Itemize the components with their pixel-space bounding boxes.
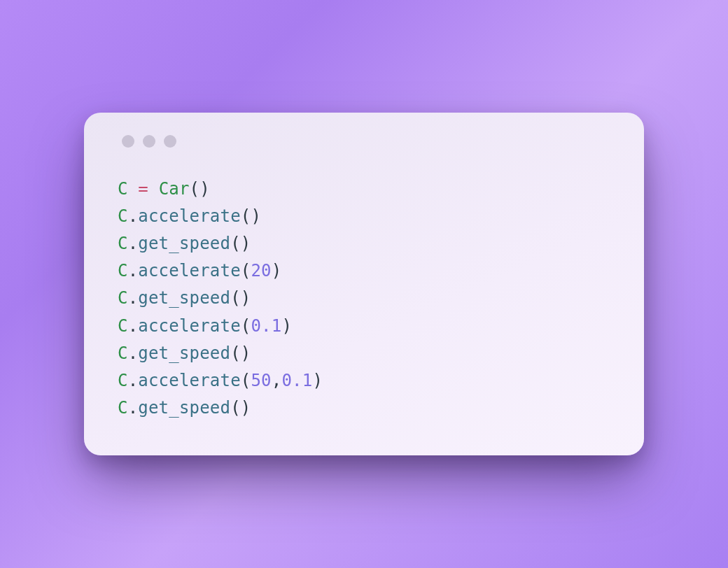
code-token: .	[128, 316, 139, 336]
code-token: C	[118, 316, 128, 336]
minimize-icon[interactable]	[143, 135, 155, 148]
code-token: ()	[230, 343, 251, 363]
code-token: C	[118, 261, 128, 281]
code-token: )	[281, 316, 292, 336]
code-token: )	[312, 371, 323, 390]
code-token: ,	[272, 371, 282, 390]
code-token: ()	[241, 206, 261, 226]
code-line: C.accelerate(0.1)	[118, 313, 616, 340]
window-controls	[122, 135, 616, 148]
code-block: C = Car()C.accelerate()C.get_speed()C.ac…	[118, 176, 616, 422]
code-token	[148, 179, 159, 199]
code-token: )	[272, 261, 282, 281]
code-token: (	[241, 316, 251, 336]
code-token: .	[128, 288, 139, 308]
maximize-icon[interactable]	[164, 135, 176, 148]
code-line: C.accelerate(20)	[118, 257, 616, 285]
code-token: .	[128, 398, 139, 418]
code-token: .	[128, 343, 139, 363]
code-token: .	[128, 261, 139, 281]
code-token: C	[118, 234, 128, 253]
code-token: get_speed	[138, 234, 230, 253]
code-token: get_speed	[138, 398, 230, 418]
code-token: .	[128, 206, 139, 226]
code-token: C	[118, 371, 128, 390]
code-token: Car	[159, 179, 190, 199]
code-token	[128, 179, 139, 199]
close-icon[interactable]	[122, 135, 134, 148]
code-token: 0.1	[281, 371, 312, 390]
code-token: ()	[230, 234, 251, 253]
code-token: (	[241, 371, 251, 390]
code-token: get_speed	[138, 288, 230, 308]
code-window: C = Car()C.accelerate()C.get_speed()C.ac…	[84, 113, 644, 455]
code-token: 20	[251, 261, 271, 281]
code-line: C.accelerate()	[118, 203, 616, 230]
code-token: 0.1	[251, 316, 281, 336]
code-line: C = Car()	[118, 176, 616, 203]
code-token: .	[128, 371, 139, 390]
code-token: C	[118, 398, 128, 418]
code-line: C.get_speed()	[118, 285, 616, 312]
code-token: accelerate	[138, 261, 241, 281]
code-line: C.get_speed()	[118, 395, 616, 422]
code-token: accelerate	[138, 206, 241, 226]
code-token: (	[241, 261, 251, 281]
code-token: get_speed	[138, 343, 230, 363]
code-token: 50	[251, 371, 271, 390]
code-token: ()	[190, 179, 210, 199]
code-token: C	[118, 288, 128, 308]
code-token: C	[118, 179, 128, 199]
code-token: C	[118, 343, 128, 363]
code-token: accelerate	[138, 316, 241, 336]
code-line: C.get_speed()	[118, 340, 616, 367]
code-token: ()	[230, 398, 251, 418]
code-token: accelerate	[138, 371, 241, 390]
code-token: =	[138, 179, 148, 199]
code-token: C	[118, 206, 128, 226]
code-token: ()	[230, 288, 251, 308]
code-line: C.accelerate(50,0.1)	[118, 367, 616, 395]
code-token: .	[128, 234, 139, 253]
code-line: C.get_speed()	[118, 230, 616, 257]
